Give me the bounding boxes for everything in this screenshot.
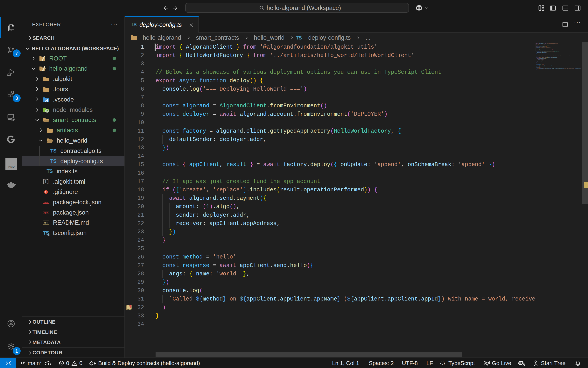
svg-text:}: } [443, 361, 445, 366]
svg-text:M: M [44, 221, 46, 224]
svg-text:JS: JS [46, 110, 48, 112]
svg-text:.ENV: .ENV [8, 165, 15, 169]
svg-text:npm: npm [44, 201, 48, 203]
svg-text:npm: npm [44, 211, 48, 213]
